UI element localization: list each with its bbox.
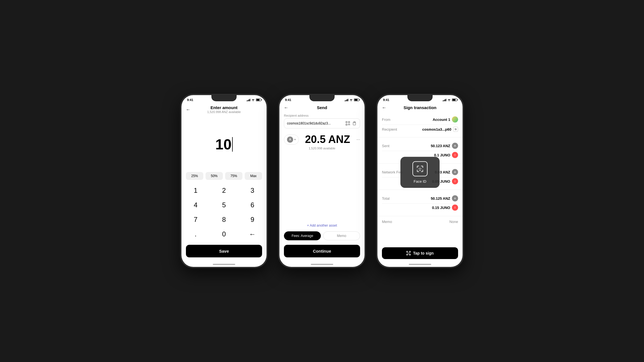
percent-buttons: 25% 50% 75% Max — [181, 172, 267, 182]
signal-icon-2 — [345, 98, 348, 101]
memo-button[interactable]: Memo — [323, 231, 360, 240]
percent-25-button[interactable]: 25% — [186, 172, 203, 180]
svg-point-16 — [408, 253, 408, 253]
home-indicator-1 — [181, 262, 267, 267]
more-options-button[interactable]: ··· — [356, 137, 360, 142]
status-time-2: 9:41 — [285, 98, 291, 102]
status-time-3: 9:41 — [383, 98, 389, 102]
percent-max-button[interactable]: Max — [245, 172, 262, 180]
send-amount: 20.5 ANZ — [301, 133, 354, 145]
numpad-4[interactable]: 4 — [181, 198, 210, 212]
total-juno-badge: ! — [452, 204, 458, 211]
amount-display: 10 — [181, 116, 267, 172]
page-subtitle-1: 1,520.998 ANZ available — [207, 110, 241, 114]
nav-header-3: ← Sign transaction — [377, 104, 463, 112]
recipient-label: Recipient address — [279, 112, 365, 118]
memo-value: None — [449, 220, 458, 224]
recipient-address: cosmos1801sc9d1du92az3... — [287, 121, 344, 125]
sign-from-row: From Account 1 — [382, 114, 458, 125]
page-title-2: Send — [317, 105, 327, 110]
recipient-input-row[interactable]: cosmos1801sc9d1du92az3... — [284, 118, 360, 128]
from-value: Account 1 — [433, 116, 458, 123]
battery-icon-1 — [256, 98, 261, 101]
faceid-icon — [412, 161, 428, 177]
numpad-2[interactable]: 2 — [210, 183, 238, 198]
sent-label: Sent — [382, 144, 389, 148]
fee-label: Network Fee — [382, 170, 403, 174]
phone-1: 9:41 ← Enter amount 1,520 — [181, 94, 267, 268]
numpad-dot[interactable]: . — [181, 227, 210, 241]
add-asset-button[interactable]: + Add another asset — [279, 222, 365, 229]
wifi-icon-3 — [447, 99, 451, 101]
total-anz-badge: A — [452, 195, 458, 201]
svg-point-17 — [409, 253, 409, 253]
svg-rect-15 — [409, 254, 410, 255]
numpad-9[interactable]: 9 — [238, 212, 267, 227]
phone-3: 9:41 ← Sign transaction — [377, 94, 463, 268]
fee-juno-badge: ! — [452, 178, 458, 184]
fees-average-button[interactable]: Fees: Average — [284, 231, 321, 240]
save-button[interactable]: Save — [186, 245, 262, 257]
asset-avatar: A — [287, 137, 293, 143]
memo-label: Memo — [382, 220, 392, 224]
back-button-2[interactable]: ← — [284, 105, 288, 110]
numpad-5[interactable]: 5 — [210, 198, 238, 212]
face-scan-icon — [406, 251, 411, 255]
total-label: Total — [382, 196, 389, 201]
memo-row: Memo None — [377, 217, 463, 226]
notch-1 — [211, 95, 237, 101]
amount-value: 10 — [215, 136, 233, 153]
numpad-1[interactable]: 1 — [181, 183, 210, 198]
paste-icon[interactable] — [352, 121, 357, 126]
divider-4 — [377, 216, 463, 216]
notch-3 — [407, 95, 433, 101]
battery-icon-3 — [452, 98, 457, 101]
status-icons-1 — [247, 98, 261, 101]
percent-50-button[interactable]: 50% — [206, 172, 223, 180]
numpad-0[interactable]: 0 — [210, 227, 238, 241]
sign-recipient-row: Recipient cosmos1a3...p60 ⧉ — [382, 125, 458, 134]
continue-button[interactable]: Continue — [284, 245, 360, 257]
sign-total-row: Total 50.125 ANZ A — [382, 193, 458, 204]
recipient-sign-label: Recipient — [382, 127, 397, 131]
send-available: 1,520.998 available — [279, 147, 365, 150]
sent-juno-badge: ! — [452, 152, 458, 158]
back-button-3[interactable]: ← — [382, 105, 386, 110]
from-label: From — [382, 117, 390, 122]
back-button-1[interactable]: ← — [186, 107, 190, 112]
numpad-8[interactable]: 8 — [210, 212, 238, 227]
notch-2 — [309, 95, 335, 101]
tap-to-sign-button[interactable]: Tap to sign — [382, 247, 458, 259]
wifi-icon-1 — [251, 99, 255, 101]
page-title-1: Enter amount — [207, 105, 241, 110]
asset-selector[interactable]: A ▾ — [284, 135, 299, 145]
account-avatar — [452, 116, 458, 123]
sign-sent-row: Sent 50.123 ANZ A — [382, 141, 458, 151]
fees-row: Fees: Average Memo — [279, 229, 365, 243]
numpad-7[interactable]: 7 — [181, 212, 210, 227]
svg-point-18 — [419, 168, 419, 169]
numpad-backspace[interactable]: ← — [238, 227, 267, 241]
svg-rect-5 — [346, 124, 347, 125]
numpad-6[interactable]: 6 — [238, 198, 267, 212]
send-asset-row: A ▾ 20.5 ANZ ··· — [279, 130, 365, 147]
battery-icon-2 — [354, 98, 359, 101]
sent-anz-value: 50.123 ANZ A — [431, 143, 458, 149]
wifi-icon-2 — [349, 99, 353, 101]
home-indicator-2 — [279, 262, 365, 267]
status-icons-2 — [345, 98, 359, 101]
page-title-3: Sign transaction — [403, 105, 437, 110]
percent-75-button[interactable]: 75% — [225, 172, 242, 180]
sent-anz-badge: A — [452, 143, 458, 149]
svg-rect-14 — [407, 254, 408, 255]
copy-icon[interactable]: ⧉ — [453, 127, 458, 132]
cursor — [232, 137, 233, 152]
divider-1 — [377, 137, 463, 137]
svg-rect-4 — [349, 122, 349, 123]
scan-qr-icon[interactable] — [345, 121, 350, 126]
numpad-3[interactable]: 3 — [238, 183, 267, 198]
home-indicator-3 — [377, 262, 463, 267]
divider-3 — [377, 190, 463, 190]
sign-from-section: From Account 1 Recipient cosmos1a3...p60… — [377, 112, 463, 136]
nav-header-1: ← Enter amount 1,520.998 ANZ available — [181, 104, 267, 116]
